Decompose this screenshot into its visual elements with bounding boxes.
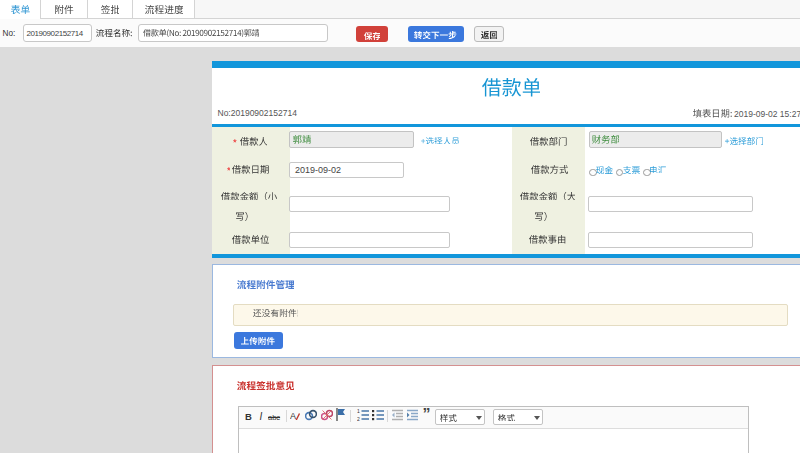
- svg-text:1: 1: [357, 409, 360, 414]
- svg-text:2: 2: [357, 416, 360, 421]
- svg-text:A: A: [290, 411, 296, 421]
